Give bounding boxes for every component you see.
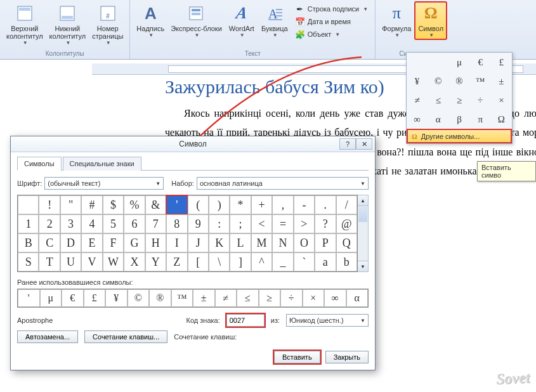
scroll-down-button[interactable]: ▼ [358, 261, 368, 271]
char-cell[interactable]: b [336, 252, 357, 271]
char-cell[interactable]: # [81, 195, 102, 214]
symbol-cell[interactable]: ± [491, 72, 512, 91]
signature-line-button[interactable]: ✒Строка подписи▼ [293, 3, 370, 15]
recent-char-cell[interactable]: α [346, 289, 369, 307]
char-cell[interactable]: 8 [166, 214, 187, 233]
char-cell[interactable]: N [272, 233, 293, 252]
scrollbar[interactable]: ▲ ▼ [358, 195, 369, 272]
char-cell[interactable]: Z [166, 252, 187, 271]
char-cell[interactable]: H [145, 233, 166, 252]
char-cell[interactable]: ] [230, 252, 251, 271]
char-cell[interactable]: - [294, 195, 315, 214]
char-cell[interactable]: M [251, 233, 272, 252]
char-cell[interactable]: ^ [251, 252, 272, 271]
char-cell[interactable]: F [103, 233, 124, 252]
char-cell[interactable]: C [39, 233, 60, 252]
shortcut-button[interactable]: Сочетание клавиш... [84, 330, 167, 343]
footer-button[interactable]: Нижний колонтитул▼ [47, 2, 89, 47]
symbol-cell[interactable]: © [428, 72, 448, 91]
symbol-cell[interactable]: € [470, 53, 491, 72]
symbol-button[interactable]: Ω Символ▼ [415, 2, 447, 39]
symbol-cell[interactable]: ™ [470, 72, 491, 91]
char-cell[interactable]: $ [103, 195, 124, 214]
recent-char-cell[interactable]: × [303, 289, 325, 307]
char-cell[interactable]: ) [209, 195, 230, 214]
dropcap-button[interactable]: A Буквица▼ [259, 2, 291, 39]
object-button[interactable]: 🧩Объект▼ [293, 29, 370, 40]
char-cell[interactable]: 2 [39, 214, 60, 233]
char-cell[interactable]: & [145, 195, 166, 214]
char-cell[interactable]: * [230, 195, 251, 214]
char-cell[interactable]: 5 [103, 214, 124, 233]
char-cell[interactable]: X [124, 252, 145, 271]
autocorrect-button[interactable]: Автозамена... [17, 330, 78, 343]
recent-char-cell[interactable]: £ [84, 289, 106, 307]
char-cell[interactable]: ` [294, 252, 315, 271]
char-cell[interactable]: [ [188, 252, 209, 271]
char-cell[interactable]: D [60, 233, 81, 252]
recent-char-cell[interactable]: ÷ [280, 289, 303, 307]
char-cell[interactable]: 9 [188, 214, 209, 233]
char-cell[interactable]: 1 [18, 214, 39, 233]
char-cell[interactable]: 7 [145, 214, 166, 233]
char-cell[interactable]: % [124, 195, 145, 214]
symbol-cell[interactable]: β [448, 110, 469, 129]
recent-char-cell[interactable]: € [62, 289, 84, 307]
char-cell[interactable]: T [39, 252, 60, 271]
char-cell[interactable]: ? [315, 214, 336, 233]
recent-char-cell[interactable]: ™ [171, 289, 193, 307]
symbol-cell[interactable]: ® [448, 72, 469, 91]
recent-char-cell[interactable]: ≥ [259, 289, 281, 307]
set-combo[interactable]: основная латиница▼ [197, 177, 369, 190]
recent-char-cell[interactable]: ® [149, 289, 171, 307]
char-cell[interactable]: Q [336, 233, 357, 252]
char-cell[interactable]: W [103, 252, 124, 271]
symbol-cell[interactable]: ≠ [407, 91, 428, 110]
tab-special[interactable]: Специальные знаки [63, 157, 141, 171]
char-cell[interactable]: < [251, 214, 272, 233]
char-cell[interactable]: L [230, 233, 251, 252]
from-combo[interactable]: Юникод (шестн.)▼ [286, 314, 369, 327]
symbol-cell[interactable]: α [428, 110, 448, 129]
equation-button[interactable]: π Формула▼ [379, 2, 414, 39]
char-cell[interactable]: ' [166, 195, 187, 214]
symbol-cell[interactable]: ≤ [428, 91, 448, 110]
char-cell[interactable]: + [251, 195, 272, 214]
symbol-cell[interactable]: ∞ [407, 110, 428, 129]
insert-button[interactable]: Вставить [274, 351, 320, 363]
char-cell[interactable]: \ [209, 252, 230, 271]
recent-char-cell[interactable]: ≤ [237, 289, 259, 307]
char-cell[interactable]: ! [39, 195, 60, 214]
close-button[interactable]: Закрыть [325, 351, 369, 363]
close-window-button[interactable]: ✕ [356, 138, 372, 150]
char-cell[interactable]: . [315, 195, 336, 214]
char-cell[interactable]: = [272, 214, 293, 233]
char-cell[interactable]: O [294, 233, 315, 252]
wordart-button[interactable]: A WordArt▼ [226, 2, 258, 39]
code-input[interactable] [226, 314, 265, 327]
recent-char-cell[interactable]: ∞ [324, 289, 346, 307]
textbox-button[interactable]: A Надпись▼ [134, 2, 167, 39]
char-cell[interactable]: ( [188, 195, 209, 214]
char-cell[interactable]: G [124, 233, 145, 252]
symbol-cell[interactable]: μ [448, 53, 469, 72]
char-cell[interactable]: I [166, 233, 187, 252]
symbol-cell[interactable]: × [491, 91, 512, 110]
scroll-up-button[interactable]: ▲ [358, 195, 368, 206]
char-cell[interactable]: ; [230, 214, 251, 233]
symbol-cell[interactable]: π [470, 110, 491, 129]
recent-char-cell[interactable]: μ [40, 289, 62, 307]
header-button[interactable]: Верхний колонтитул▼ [4, 2, 46, 47]
symbol-cell[interactable]: ¥ [407, 72, 428, 91]
char-cell[interactable]: , [272, 195, 293, 214]
char-cell[interactable]: : [209, 214, 230, 233]
symbol-cell[interactable] [428, 53, 448, 72]
char-cell[interactable]: E [81, 233, 102, 252]
char-cell[interactable]: / [336, 195, 357, 214]
page-number-button[interactable]: # Номер страницы▼ [89, 2, 126, 47]
symbol-cell[interactable] [407, 53, 428, 72]
char-cell[interactable]: 4 [81, 214, 102, 233]
char-cell[interactable]: K [209, 233, 230, 252]
char-cell[interactable]: 3 [60, 214, 81, 233]
char-cell[interactable]: B [18, 233, 39, 252]
